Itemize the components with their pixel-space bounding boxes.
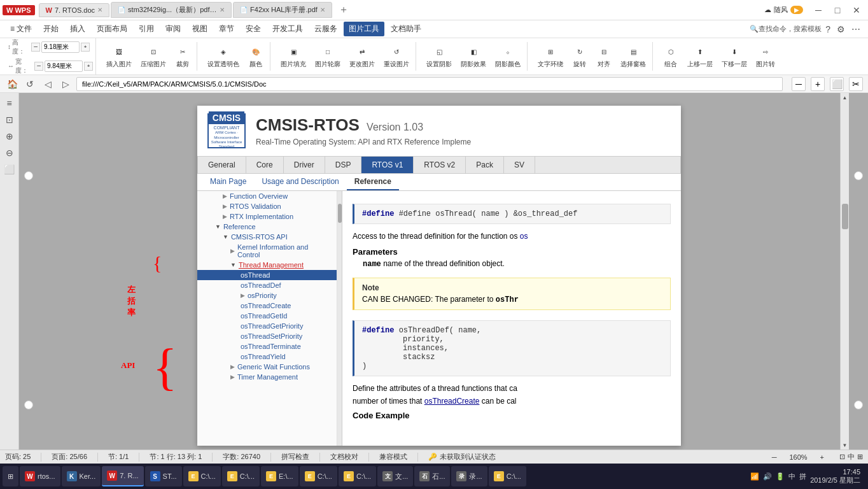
width-input[interactable] bbox=[45, 60, 83, 72]
sub-tab-main[interactable]: Main Page bbox=[202, 174, 254, 190]
spell-check-status[interactable]: 拼写检查 bbox=[281, 452, 309, 462]
taskbar-7r[interactable]: W 7. R... bbox=[102, 466, 143, 486]
taskbar-exp6[interactable]: E C:\... bbox=[489, 466, 526, 486]
taskbar-exp5[interactable]: E C:\... bbox=[339, 466, 376, 486]
sub-tab-reference[interactable]: Reference bbox=[347, 174, 399, 190]
taskbar-shi[interactable]: 石 石... bbox=[414, 466, 450, 486]
vert-scrollbar[interactable]: ▲ ▼ bbox=[840, 93, 849, 450]
zoom-out-btn[interactable]: ─ bbox=[792, 77, 806, 91]
select-pane-btn[interactable]: ▤ 选择窗格 bbox=[617, 42, 650, 71]
width-increase-btn[interactable]: + bbox=[84, 62, 93, 71]
nav-tab-core[interactable]: Core bbox=[246, 157, 284, 173]
back-btn[interactable]: ◁ bbox=[41, 77, 55, 91]
menu-security[interactable]: 安全 bbox=[241, 22, 266, 36]
taskbar-start-btn[interactable]: ⊞ bbox=[3, 466, 18, 486]
zoom-out-status-btn[interactable]: ─ bbox=[772, 453, 777, 461]
shadow-effect-btn[interactable]: ◧ 阴影效果 bbox=[457, 42, 490, 71]
tab-f42[interactable]: 📄 F42xx HAL库手册.pdf ✕ bbox=[233, 2, 332, 18]
toc-osthreadsetpriority[interactable]: osThreadSetPriority bbox=[197, 331, 337, 341]
toc-osthreadgetpriority[interactable]: osThreadGetPriority bbox=[197, 321, 337, 331]
taskbar-lu[interactable]: 录 录... bbox=[451, 466, 487, 486]
transparent-btn[interactable]: ◈ 设置透明色 bbox=[204, 42, 243, 71]
fill-btn[interactable]: ▣ 图片填充 bbox=[277, 42, 310, 71]
group-btn[interactable]: ⬡ 组合 bbox=[659, 42, 682, 71]
toc-rtos-validation[interactable]: ▶ RTOS Validation bbox=[197, 201, 337, 211]
send-back-btn[interactable]: ⬇ 下移一层 bbox=[718, 42, 751, 71]
taskbar-ker[interactable]: K Ker... bbox=[62, 466, 101, 486]
settings-icon[interactable]: ⚙ bbox=[834, 24, 848, 34]
menu-doc-helper[interactable]: 文档助手 bbox=[386, 22, 426, 36]
menu-cloud[interactable]: 云服务 bbox=[309, 22, 342, 36]
nav-tab-general[interactable]: General bbox=[198, 157, 246, 173]
address-input[interactable] bbox=[76, 77, 783, 91]
compress-image-btn[interactable]: ⊡ 压缩图片 bbox=[137, 42, 170, 71]
scroll-down-btn[interactable]: ▼ bbox=[841, 441, 850, 450]
menu-img-tools[interactable]: 图片工具 bbox=[344, 22, 384, 36]
change-image-btn[interactable]: ⇄ 更改图片 bbox=[346, 42, 379, 71]
sub-tab-usage[interactable]: Usage and Description bbox=[254, 174, 346, 190]
sidebar-zoom-out-btn[interactable]: ⊖ bbox=[2, 145, 17, 160]
toc-cmsis-api[interactable]: ▼ CMSIS-RTOS API bbox=[197, 232, 337, 242]
height-increase-btn[interactable]: + bbox=[81, 43, 90, 52]
menu-insert[interactable]: 插入 bbox=[65, 22, 90, 36]
menu-start[interactable]: 开始 bbox=[38, 22, 64, 36]
reset-image-btn[interactable]: ↺ 重设图片 bbox=[380, 42, 413, 71]
forward-btn[interactable]: ▷ bbox=[59, 77, 73, 91]
width-decrease-btn[interactable]: ─ bbox=[34, 62, 43, 71]
tab-close-rtos[interactable]: ✕ bbox=[97, 6, 102, 13]
taskbar-wen[interactable]: 文 文... bbox=[377, 466, 413, 486]
nav-tab-dsp[interactable]: DSP bbox=[325, 157, 362, 173]
height-decrease-btn[interactable]: ─ bbox=[31, 43, 40, 52]
text-check-status[interactable]: 文档校对 bbox=[330, 452, 358, 462]
scroll-up-btn[interactable]: ▲ bbox=[841, 93, 850, 102]
close-button[interactable]: ✕ bbox=[848, 3, 865, 18]
fit-btn[interactable]: ⬜ bbox=[830, 77, 844, 91]
menu-chapter[interactable]: 章节 bbox=[214, 22, 239, 36]
menu-file[interactable]: ≡ 文件 bbox=[5, 22, 37, 36]
more-icon[interactable]: ⋯ bbox=[849, 24, 863, 34]
menu-dev-tools[interactable]: 开发工具 bbox=[267, 22, 308, 36]
tab-close-stm32[interactable]: ✕ bbox=[220, 6, 225, 13]
convert-btn[interactable]: ⇨ 图片转 bbox=[752, 42, 779, 71]
help-icon[interactable]: ? bbox=[823, 24, 833, 34]
minimize-button[interactable]: ─ bbox=[809, 3, 827, 18]
toc-generic-wait[interactable]: ▶ Generic Wait Functions bbox=[197, 362, 337, 372]
height-input[interactable] bbox=[41, 41, 80, 53]
sidebar-zoom-fit-btn[interactable]: ⊡ bbox=[2, 112, 17, 127]
toc-scrollbar[interactable] bbox=[337, 191, 342, 446]
crop-btn[interactable]: ✂ 裁剪 bbox=[171, 42, 194, 71]
toc-ospriority[interactable]: ▶ osPriority bbox=[197, 290, 337, 301]
insert-image-btn[interactable]: 🖼 插入图片 bbox=[102, 42, 136, 71]
zoom-in-btn[interactable]: + bbox=[811, 77, 825, 91]
tab-close-f42[interactable]: ✕ bbox=[320, 6, 325, 13]
menu-reference[interactable]: 引用 bbox=[134, 22, 159, 36]
shadow-color-btn[interactable]: ⬦ 阴影颜色 bbox=[491, 42, 524, 71]
outline-btn[interactable]: □ 图片轮廓 bbox=[311, 42, 344, 71]
toc-osthreadyield[interactable]: osThreadYield bbox=[197, 351, 337, 362]
taskbar-exp1[interactable]: E C:\... bbox=[183, 466, 221, 486]
color-btn[interactable]: 🎨 颜色 bbox=[244, 42, 267, 71]
menu-page-layout[interactable]: 页面布局 bbox=[92, 22, 132, 36]
sidebar-zoom-in-btn[interactable]: ⊕ bbox=[2, 129, 17, 144]
nav-tab-rtosv1[interactable]: RTOS v1 bbox=[361, 157, 414, 173]
toc-osthreadgetid[interactable]: osThreadGetId bbox=[197, 311, 337, 321]
crop-view-btn[interactable]: ✂ bbox=[849, 77, 863, 91]
taskbar-st[interactable]: S ST... bbox=[145, 466, 182, 486]
nav-tab-driver[interactable]: Driver bbox=[284, 157, 325, 173]
tab-stm32[interactable]: 📄 stm32f429ig...（最新）pdf.pdf ✕ bbox=[111, 2, 232, 18]
menu-view[interactable]: 视图 bbox=[187, 22, 213, 36]
toc-function-overview[interactable]: ▶ Function Overview bbox=[197, 191, 337, 201]
home-btn[interactable]: 🏠 bbox=[5, 77, 19, 91]
toc-osthreadcreate[interactable]: osThreadCreate bbox=[197, 301, 337, 311]
menu-review[interactable]: 审阅 bbox=[160, 22, 186, 36]
align-btn[interactable]: ⊟ 对齐 bbox=[592, 42, 615, 71]
osthreadcreate-link[interactable]: osThreadCreate bbox=[424, 397, 480, 406]
maximize-button[interactable]: □ bbox=[829, 3, 846, 18]
toc-rtx-impl[interactable]: ▶ RTX Implementation bbox=[197, 211, 337, 222]
toc-osthreadterminate[interactable]: osThreadTerminate bbox=[197, 341, 337, 351]
nav-tab-pack[interactable]: Pack bbox=[466, 157, 504, 173]
taskbar-exp3[interactable]: E E:\... bbox=[261, 466, 298, 486]
nav-tab-rtosv2[interactable]: RTOS v2 bbox=[414, 157, 466, 173]
wps-logo[interactable]: W WPS bbox=[3, 5, 35, 15]
toc-timer-mgmt[interactable]: ▶ Timer Management bbox=[197, 372, 337, 382]
